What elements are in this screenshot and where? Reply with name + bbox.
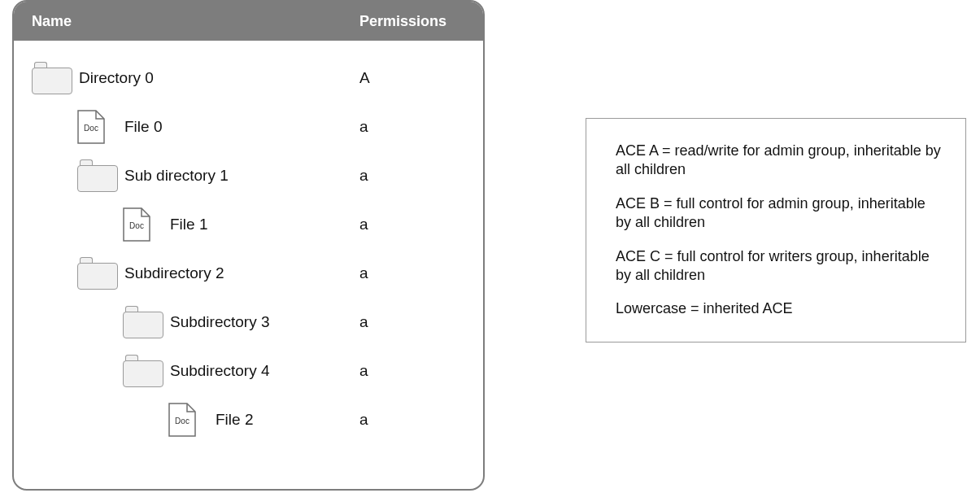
legend-box: ACE A = read/write for admin group, inhe… (586, 118, 966, 342)
row-icon-wrap (32, 62, 79, 94)
legend-line: ACE A = read/write for admin group, inhe… (616, 142, 943, 180)
tree-body: Directory 0ADocFile 0aSub directory 1aDo… (14, 41, 483, 452)
tree-header: Name Permissions (14, 2, 483, 41)
tree-row: Subdirectory 3a (32, 298, 465, 347)
row-permission: a (359, 167, 465, 185)
row-permission: a (359, 411, 465, 429)
tree-row: Directory 0A (32, 54, 465, 103)
row-permission: a (359, 118, 465, 136)
document-icon-label: Doc (123, 220, 150, 229)
row-label: File 0 (124, 118, 359, 136)
row-icon-wrap: Doc (123, 207, 170, 242)
row-permission: a (359, 362, 465, 380)
row-label: Subdirectory 3 (170, 313, 359, 331)
document-icon: Doc (77, 110, 105, 144)
folder-icon (77, 159, 118, 192)
directory-tree-panel: Name Permissions Directory 0ADocFile 0aS… (12, 0, 485, 491)
tree-row: DocFile 0a (32, 103, 465, 151)
row-label: File 1 (170, 216, 359, 233)
tree-row: DocFile 2a (32, 395, 465, 444)
legend-line: ACE B = full control for admin group, in… (616, 194, 943, 233)
row-permission: a (359, 216, 465, 233)
row-permission: a (359, 313, 465, 331)
tree-row: Sub directory 1a (32, 151, 465, 200)
folder-icon (123, 306, 163, 338)
row-label: Subdirectory 2 (124, 264, 359, 282)
folder-icon (123, 355, 163, 387)
row-label: Subdirectory 4 (170, 362, 359, 380)
row-icon-wrap (123, 355, 170, 387)
row-permission: A (359, 69, 465, 87)
legend-line: Lowercase = inherited ACE (616, 299, 943, 318)
header-name: Name (32, 13, 359, 30)
folder-icon (77, 257, 118, 290)
document-icon-label: Doc (168, 416, 196, 425)
header-permissions: Permissions (359, 13, 465, 30)
tree-row: Subdirectory 2a (32, 249, 465, 298)
legend-line: ACE C = full control for writers group, … (616, 247, 943, 286)
document-icon: Doc (168, 403, 196, 437)
document-icon: Doc (123, 207, 150, 242)
row-permission: a (359, 264, 465, 282)
diagram-canvas: Name Permissions Directory 0ADocFile 0aS… (0, 0, 980, 493)
tree-row: Subdirectory 4a (32, 347, 465, 395)
folder-icon (32, 62, 72, 94)
row-label: File 2 (216, 411, 359, 429)
row-icon-wrap: Doc (77, 110, 124, 144)
row-label: Directory 0 (79, 69, 359, 87)
row-icon-wrap (77, 257, 124, 290)
row-icon-wrap (123, 306, 170, 338)
tree-row: DocFile 1a (32, 200, 465, 249)
row-icon-wrap (77, 159, 124, 192)
document-icon-label: Doc (77, 123, 105, 132)
row-label: Sub directory 1 (124, 167, 359, 185)
row-icon-wrap: Doc (168, 403, 216, 437)
